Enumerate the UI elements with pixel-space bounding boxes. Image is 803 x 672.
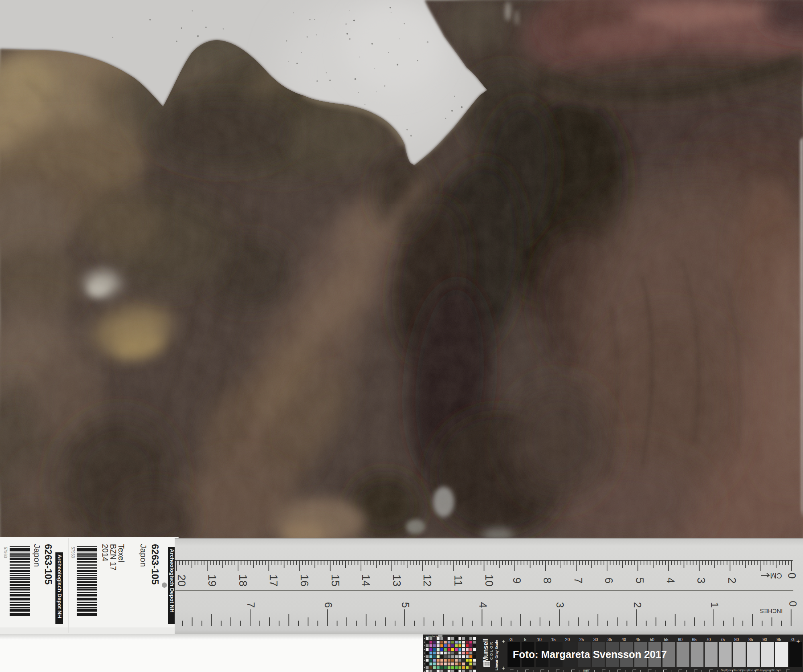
svg-text:5: 5 [399,602,412,608]
svg-text:75: 75 [720,637,725,642]
svg-text:+: + [502,638,505,645]
svg-text:COLOR: COLOR [489,641,493,660]
svg-text:2: 2 [632,602,644,608]
svg-text:65: 65 [692,637,697,642]
svg-text:10: 10 [483,574,495,586]
svg-text:13: 13 [391,574,403,586]
svg-text:10: 10 [537,637,542,642]
svg-text:CM: CM [770,572,782,580]
svg-text:19: 19 [206,574,218,586]
svg-text:mm: mm [583,668,589,672]
svg-text:80: 80 [734,637,739,642]
svg-text:G: G [791,637,795,642]
svg-text:45: 45 [636,637,640,642]
svg-text:15: 15 [329,574,341,586]
svg-text:35: 35 [607,637,612,642]
svg-text:G: G [510,637,513,642]
svg-text:95: 95 [777,637,781,642]
svg-text:85: 85 [748,637,753,642]
svg-text:5: 5 [634,577,646,583]
svg-text:+: + [502,664,505,671]
svg-text:+: + [797,637,800,644]
svg-text:Linear Gray Scale: Linear Gray Scale [495,640,499,670]
svg-text:18: 18 [237,574,249,586]
svg-text:3: 3 [554,602,566,608]
svg-text:30: 30 [593,637,598,642]
svg-text:INCHES: INCHES [760,608,783,615]
svg-text:1: 1 [709,602,721,608]
svg-text:4: 4 [664,577,677,583]
svg-text:17: 17 [267,574,279,586]
svg-text:Foto: Margareta Svensson 2017: Foto: Margareta Svensson 2017 [513,649,667,660]
svg-text:5: 5 [524,637,526,642]
svg-text:6: 6 [603,577,615,583]
svg-text:Designed in cooperation with i: Designed in cooperation with imagingetc.… [721,668,781,672]
svg-text:20: 20 [175,574,188,586]
svg-text:60: 60 [678,637,683,642]
svg-text:0: 0 [786,572,798,578]
svg-text:4: 4 [477,602,489,608]
svg-text:2: 2 [726,577,738,583]
svg-text:Munsell: Munsell [482,638,489,662]
svg-text:6: 6 [322,602,334,608]
svg-text:70: 70 [706,637,711,642]
svg-text:3: 3 [695,577,707,583]
svg-text:8: 8 [541,577,553,583]
svg-text:14: 14 [360,574,372,586]
svg-text:55: 55 [664,637,669,642]
svg-text:15: 15 [551,637,556,642]
svg-text:0: 0 [787,601,799,607]
svg-text:7: 7 [572,577,584,583]
svg-text:20: 20 [565,637,570,642]
svg-text:16: 16 [298,574,310,586]
svg-text:11: 11 [452,575,464,586]
svg-text:90: 90 [762,637,767,642]
svg-text:40: 40 [622,637,626,642]
svg-text:12: 12 [421,574,433,586]
svg-text:7: 7 [245,602,257,608]
svg-text:50: 50 [650,637,654,642]
svg-text:25: 25 [579,637,584,642]
svg-text:9: 9 [511,577,523,583]
